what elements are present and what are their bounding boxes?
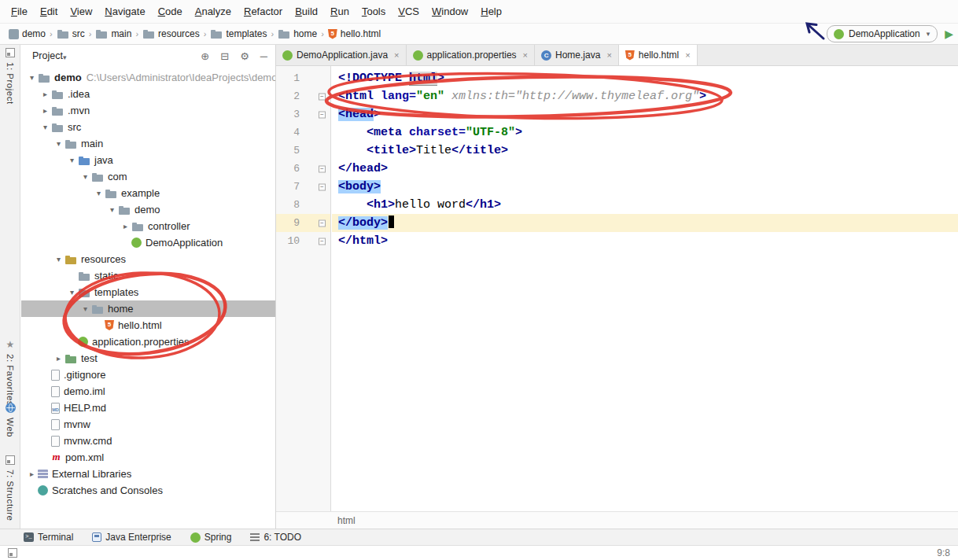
fold-icon[interactable]: − [319, 238, 326, 245]
tree-item-demo-iml[interactable]: demo.iml [21, 383, 275, 400]
tree-item-resources[interactable]: ▾resources [21, 251, 275, 267]
toolbar-spring[interactable]: Spring [190, 532, 232, 543]
stripe-2-favorites[interactable]: 2: Favorites [0, 340, 20, 406]
menu-help[interactable]: Help [474, 2, 508, 20]
close-icon[interactable]: × [394, 50, 399, 60]
breadcrumb-demo[interactable]: demo [6, 27, 48, 41]
menu-build[interactable]: Build [289, 2, 324, 20]
tree-item-mvn[interactable]: ▸.mvn [21, 102, 275, 119]
tool-windows-icon[interactable] [8, 548, 17, 558]
chevron-down-icon[interactable] [63, 51, 67, 61]
code-line[interactable]: <title>Title</title> [332, 142, 958, 160]
tree-item-src[interactable]: ▾src [21, 119, 275, 135]
code-line[interactable]: <!DOCTYPE html> [332, 69, 958, 87]
tree-item-scratches-and-consoles[interactable]: Scratches and Consoles [21, 482, 275, 499]
gear-icon[interactable] [240, 51, 249, 61]
tree-item-demoapplication[interactable]: DemoApplication [21, 234, 275, 251]
tab-home-java[interactable]: Home.java× [535, 45, 619, 65]
code-line[interactable]: </html> [332, 232, 958, 250]
tree-item-idea[interactable]: ▸.idea [21, 86, 275, 102]
tree-item-static[interactable]: static [21, 267, 275, 284]
breadcrumb-hello-html[interactable]: hello.html [326, 27, 383, 41]
toolbar-6-todo[interactable]: 6: TODO [250, 532, 301, 543]
menu-file[interactable]: File [5, 2, 34, 20]
fold-icon[interactable]: − [319, 183, 326, 190]
chevron-down-icon[interactable]: ▾ [93, 189, 105, 197]
chevron-down-icon[interactable]: ▾ [79, 304, 91, 313]
tree-item-demo[interactable]: ▾demoC:\Users\Administrator\IdeaProjects… [21, 69, 275, 86]
breadcrumb-templates[interactable]: templates [208, 26, 269, 42]
chevron-down-icon[interactable]: ▾ [106, 205, 118, 214]
code-area[interactable]: 12−3−456−7−89−10− <!DOCTYPE html><html l… [276, 66, 958, 511]
code-line[interactable]: <h1>hello word</h1> [332, 196, 958, 214]
tab-demoapplication-java[interactable]: DemoApplication.java× [276, 45, 407, 65]
code-line[interactable]: </body> [332, 214, 958, 232]
menu-edit[interactable]: Edit [34, 2, 64, 20]
tree-item-mvnw-cmd[interactable]: mvnw.cmd [21, 433, 275, 449]
code-line[interactable]: </head> [332, 160, 958, 178]
tree-item-java[interactable]: ▾java [21, 152, 275, 168]
fold-icon[interactable]: − [319, 165, 326, 172]
toolbar-java-enterprise[interactable]: Java Enterprise [92, 532, 171, 543]
close-icon[interactable]: × [606, 50, 611, 60]
code-line[interactable]: <html lang="en" xmlns:th="http://www.thy… [332, 87, 958, 105]
tree-item-demo[interactable]: ▾demo [21, 201, 275, 218]
tree-item-test[interactable]: ▸test [21, 350, 275, 367]
tree-item-home[interactable]: ▾home [21, 300, 275, 317]
hide-panel-icon[interactable] [260, 51, 267, 61]
chevron-right-icon[interactable]: ▸ [26, 470, 38, 478]
tree-item-gitignore[interactable]: .gitignore [21, 367, 275, 383]
menu-view[interactable]: View [64, 2, 98, 20]
menu-code[interactable]: Code [152, 2, 189, 20]
tree-item-external-libraries[interactable]: ▸External Libraries [21, 466, 275, 482]
locate-file-icon[interactable] [201, 51, 209, 61]
editor-breadcrumb-html[interactable]: html [337, 515, 356, 526]
close-icon[interactable]: × [685, 50, 690, 60]
fold-icon[interactable]: − [319, 219, 326, 227]
stripe-7-structure[interactable]: 7: Structure [0, 455, 20, 521]
run-config-select[interactable]: DemoApplication ▾ [827, 25, 938, 42]
tree-item-application-properties[interactable]: application.properties [21, 333, 275, 350]
tab-application-properties[interactable]: application.properties× [407, 45, 536, 65]
breadcrumb-resources[interactable]: resources [140, 26, 202, 42]
menu-navigate[interactable]: Navigate [98, 2, 151, 20]
chevron-right-icon[interactable]: ▸ [53, 354, 64, 363]
close-icon[interactable]: × [523, 50, 528, 60]
menu-tools[interactable]: Tools [356, 2, 392, 20]
menu-vcs[interactable]: VCS [392, 2, 426, 20]
tree-item-controller[interactable]: ▸controller [21, 218, 275, 234]
tree-item-templates[interactable]: ▾templates [21, 284, 275, 300]
breadcrumb-src[interactable]: src [54, 26, 87, 42]
chevron-down-icon[interactable]: ▾ [66, 156, 78, 164]
tree-item-example[interactable]: ▾example [21, 185, 275, 201]
fold-icon[interactable]: − [319, 93, 326, 100]
menu-analyze[interactable]: Analyze [189, 2, 238, 20]
chevron-right-icon[interactable]: ▸ [39, 90, 51, 98]
chevron-down-icon[interactable]: ▾ [39, 123, 51, 131]
chevron-down-icon[interactable]: ▾ [53, 139, 64, 148]
chevron-down-icon[interactable]: ▾ [53, 255, 64, 263]
menu-window[interactable]: Window [426, 2, 474, 20]
menu-run[interactable]: Run [324, 2, 356, 20]
run-button[interactable]: ▶ [945, 28, 953, 39]
toolbar-terminal[interactable]: Terminal [24, 532, 73, 543]
tree-item-help-md[interactable]: HELP.md [21, 400, 275, 416]
collapse-all-icon[interactable] [220, 51, 229, 61]
tree-item-com[interactable]: ▾com [21, 168, 275, 185]
tree-item-hello-html[interactable]: hello.html [21, 317, 275, 333]
breadcrumb-main[interactable]: main [93, 26, 134, 42]
tree-item-main[interactable]: ▾main [21, 135, 275, 152]
menu-refactor[interactable]: Refactor [238, 2, 289, 20]
code-line[interactable]: <body> [332, 178, 958, 196]
stripe-1-project[interactable]: 1: Project [0, 48, 20, 105]
chevron-down-icon[interactable]: ▾ [66, 288, 78, 297]
chevron-right-icon[interactable]: ▸ [120, 222, 131, 230]
breadcrumb-home[interactable]: home [275, 26, 319, 42]
chevron-down-icon[interactable]: ▾ [79, 172, 91, 181]
chevron-down-icon[interactable]: ▾ [26, 73, 38, 82]
tab-hello-html[interactable]: hello.html× [619, 45, 698, 65]
stripe-web[interactable]: Web [0, 403, 20, 437]
fold-icon[interactable]: − [319, 111, 326, 118]
tree-item-mvnw[interactable]: mvnw [21, 416, 275, 433]
tree-item-pom-xml[interactable]: pom.xml [21, 449, 275, 466]
